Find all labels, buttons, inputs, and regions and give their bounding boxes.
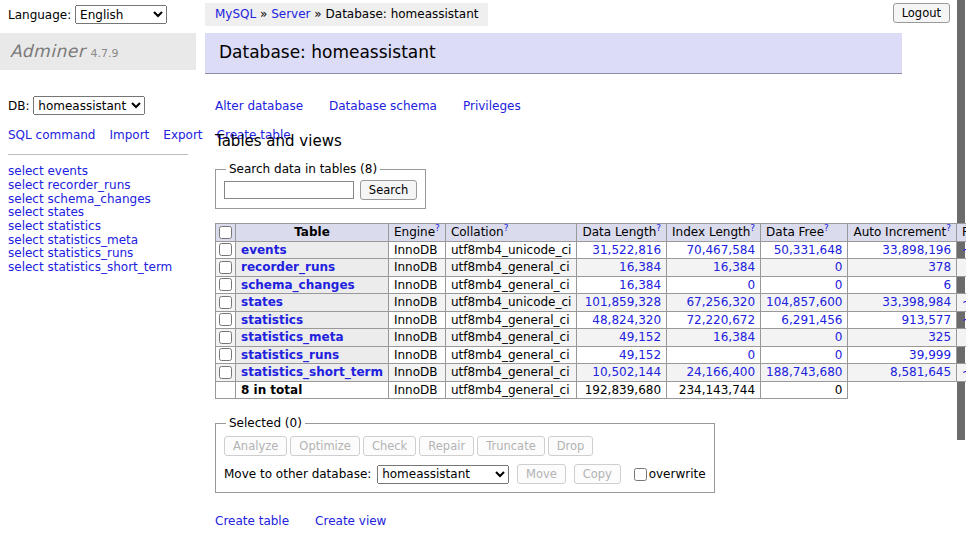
table-name-link[interactable]: statistics_short_term: [241, 365, 383, 379]
table-name-link[interactable]: recorder_runs: [241, 260, 335, 274]
data-length-link[interactable]: 49,152: [619, 330, 661, 344]
auto-increment-link[interactable]: 33,398,984: [882, 295, 951, 309]
table-name-link[interactable]: events: [241, 243, 287, 257]
row-checkbox-cell: [216, 329, 236, 347]
db-action-alter-database[interactable]: Alter database: [215, 99, 303, 113]
auto-increment-link[interactable]: 913,577: [901, 313, 951, 327]
analyze-button[interactable]: Analyze: [224, 436, 287, 456]
rows-link[interactable]: ~ 136,108: [962, 365, 966, 379]
index-length-link[interactable]: 72,220,672: [686, 313, 755, 327]
sidebar-select-events[interactable]: select events: [8, 165, 188, 179]
row-checkbox[interactable]: [219, 243, 232, 256]
app-logo: Adminer 4.7.9: [0, 33, 196, 70]
breadcrumb-item-mysql[interactable]: MySQL: [215, 7, 256, 21]
sidebar-select-statistics[interactable]: select statistics: [8, 220, 188, 234]
data-length-link[interactable]: 48,824,320: [592, 313, 661, 327]
sidebar-select-recorder-runs[interactable]: select recorder_runs: [8, 179, 188, 193]
auto-increment-link[interactable]: 8,581,645: [890, 365, 951, 379]
data-length-cell: 48,824,320: [577, 311, 667, 329]
column-help-link[interactable]: ?: [435, 223, 440, 233]
logout-button[interactable]: Logout: [893, 3, 950, 23]
index-length-link[interactable]: 67,256,320: [686, 295, 755, 309]
auto-increment-link[interactable]: 33,898,196: [882, 243, 951, 257]
data-length-link[interactable]: 10,502,144: [592, 365, 661, 379]
drop-button[interactable]: Drop: [548, 436, 594, 456]
selected-fieldset: Selected (0) AnalyzeOptimizeCheckRepairT…: [215, 416, 715, 493]
truncate-button[interactable]: Truncate: [477, 436, 545, 456]
optimize-button[interactable]: Optimize: [290, 436, 360, 456]
data-length-link[interactable]: 16,384: [619, 278, 661, 292]
data-free-link[interactable]: 6,291,456: [781, 313, 842, 327]
column-help-link[interactable]: ?: [824, 223, 829, 233]
db-select[interactable]: homeassistant: [33, 96, 145, 115]
sidebar-select-statistics-runs[interactable]: select statistics_runs: [8, 247, 188, 261]
sidebar-select-statistics-meta[interactable]: select statistics_meta: [8, 234, 188, 248]
sidebar-action-export[interactable]: Export: [163, 128, 202, 142]
db-action-database-schema[interactable]: Database schema: [329, 99, 437, 113]
column-help-link[interactable]: ?: [946, 223, 951, 233]
data-free-link[interactable]: 0: [835, 260, 843, 274]
sidebar-action-sql-command[interactable]: SQL command: [8, 128, 95, 142]
row-checkbox[interactable]: [219, 366, 232, 379]
index-length-link[interactable]: 16,384: [713, 260, 755, 274]
table-name-link[interactable]: statistics: [241, 313, 303, 327]
rows-link[interactable]: ~ 569,159: [962, 313, 966, 327]
index-length-link[interactable]: 24,166,400: [686, 365, 755, 379]
sidebar-select-schema-changes[interactable]: select schema_changes: [8, 193, 188, 207]
data-free-link[interactable]: 0: [835, 330, 843, 344]
app-name[interactable]: Adminer: [10, 41, 85, 61]
data-length-link[interactable]: 101,859,328: [585, 295, 661, 309]
auto-increment-link[interactable]: 378: [928, 260, 951, 274]
sidebar-select-states[interactable]: select states: [8, 206, 188, 220]
link-create-table[interactable]: Create table: [215, 514, 289, 528]
row-checkbox[interactable]: [219, 261, 232, 274]
column-help-link[interactable]: ?: [656, 223, 661, 233]
overwrite-checkbox[interactable]: [634, 468, 647, 481]
auto-increment-link[interactable]: 6: [943, 278, 951, 292]
copy-button[interactable]: Copy: [574, 464, 621, 484]
select-all-checkbox[interactable]: [219, 226, 232, 239]
table-name-link[interactable]: states: [241, 295, 283, 309]
breadcrumb-item-server[interactable]: Server: [271, 7, 310, 21]
move-button[interactable]: Move: [517, 464, 566, 484]
index-length-cell: 0: [667, 346, 761, 364]
column-help-link[interactable]: ?: [504, 223, 509, 233]
data-length-link[interactable]: 16,384: [619, 260, 661, 274]
auto-increment-link[interactable]: 39,999: [909, 348, 951, 362]
rows-link[interactable]: ~ 312,180: [962, 243, 966, 257]
rows-cell: ~ 244: [957, 329, 966, 347]
data-length-link[interactable]: 31,522,816: [592, 243, 661, 257]
repair-button[interactable]: Repair: [419, 436, 474, 456]
table-name-link[interactable]: schema_changes: [241, 278, 355, 292]
sidebar-action-import[interactable]: Import: [109, 128, 149, 142]
row-checkbox[interactable]: [219, 313, 232, 326]
index-length-link[interactable]: 0: [747, 278, 755, 292]
auto-increment-link[interactable]: 325: [928, 330, 951, 344]
search-input[interactable]: [224, 181, 354, 199]
row-checkbox[interactable]: [219, 348, 232, 361]
row-checkbox[interactable]: [219, 296, 232, 309]
move-db-select[interactable]: homeassistant: [377, 465, 509, 484]
row-checkbox[interactable]: [219, 331, 232, 344]
column-help-link[interactable]: ?: [750, 223, 755, 233]
db-action-privileges[interactable]: Privileges: [463, 99, 521, 113]
table-name-link[interactable]: statistics_meta: [241, 330, 344, 344]
data-free-link[interactable]: 188,743,680: [766, 365, 842, 379]
rows-link[interactable]: ~ 299,833: [962, 295, 966, 309]
data-free-link[interactable]: 104,857,600: [766, 295, 842, 309]
overwrite-label: overwrite: [649, 467, 706, 481]
sidebar-select-statistics-short-term[interactable]: select statistics_short_term: [8, 261, 188, 275]
index-length-link[interactable]: 0: [747, 348, 755, 362]
check-button[interactable]: Check: [363, 436, 416, 456]
data-free-link[interactable]: 50,331,648: [774, 243, 843, 257]
table-name-link[interactable]: statistics_runs: [241, 348, 339, 362]
search-button[interactable]: Search: [360, 180, 418, 200]
data-free-link[interactable]: 0: [835, 278, 843, 292]
language-select[interactable]: English: [75, 5, 167, 24]
row-checkbox[interactable]: [219, 278, 232, 291]
index-length-link[interactable]: 70,467,584: [686, 243, 755, 257]
data-free-link[interactable]: 0: [835, 348, 843, 362]
index-length-link[interactable]: 16,384: [713, 330, 755, 344]
data-length-link[interactable]: 49,152: [619, 348, 661, 362]
link-create-view[interactable]: Create view: [315, 514, 386, 528]
